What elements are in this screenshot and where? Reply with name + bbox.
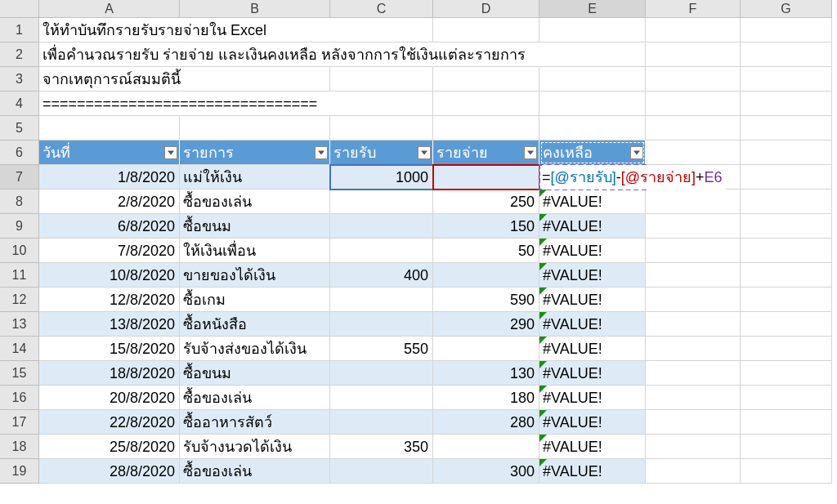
cell-A10[interactable]: 7/8/2020 xyxy=(39,239,180,263)
cell-G8[interactable] xyxy=(741,190,832,214)
cell-E11[interactable]: #VALUE! xyxy=(539,263,646,288)
cell-B16[interactable]: ซื้อของเล่น xyxy=(180,386,330,410)
cell-C19[interactable] xyxy=(330,459,433,484)
cell-F9[interactable] xyxy=(646,214,741,239)
cell-E4[interactable] xyxy=(539,91,646,116)
cell-C18[interactable]: 350 xyxy=(330,435,433,459)
row-header-14[interactable]: 14 xyxy=(0,337,39,361)
cell-A15[interactable]: 18/8/2020 xyxy=(39,361,180,386)
cell-B9[interactable]: ซื้อขนม xyxy=(180,214,330,239)
cell-A13[interactable]: 13/8/2020 xyxy=(39,312,180,337)
cell-C9[interactable] xyxy=(330,214,433,239)
cell-B4[interactable] xyxy=(180,91,330,116)
cell-E16[interactable]: #VALUE! xyxy=(539,386,646,410)
cell-G7[interactable] xyxy=(741,165,832,190)
cell-B7[interactable]: แม่ให้เงิน xyxy=(180,165,330,190)
cell-B13[interactable]: ซื้อหนังสือ xyxy=(180,312,330,337)
cell-C4[interactable] xyxy=(330,91,433,116)
cell-D5[interactable] xyxy=(433,116,539,140)
cell-F11[interactable] xyxy=(646,263,741,288)
cell-D9[interactable]: 150 xyxy=(433,214,539,239)
cell-G6[interactable] xyxy=(741,140,832,165)
cell-B15[interactable]: ซื้อขนม xyxy=(180,361,330,386)
cell-F6[interactable] xyxy=(646,140,741,165)
row-header-2[interactable]: 2 xyxy=(0,42,39,67)
cell-G17[interactable] xyxy=(741,410,832,435)
cell-F4[interactable] xyxy=(646,91,741,116)
filter-dropdown-icon[interactable] xyxy=(164,146,177,159)
table-header-date[interactable]: วันที่ xyxy=(39,140,180,165)
cell-E2[interactable] xyxy=(539,42,646,67)
cell-C5[interactable] xyxy=(330,116,433,140)
cell-E17[interactable]: #VALUE! xyxy=(539,410,646,435)
cell-G16[interactable] xyxy=(741,386,832,410)
cell-C11[interactable]: 400 xyxy=(330,263,433,288)
cell-E15[interactable]: #VALUE! xyxy=(539,361,646,386)
cell-A8[interactable]: 2/8/2020 xyxy=(39,190,180,214)
cell-E14[interactable]: #VALUE! xyxy=(539,337,646,361)
row-header-6[interactable]: 6 xyxy=(0,140,39,165)
cell-D19[interactable]: 300 xyxy=(433,459,539,484)
cell-E8[interactable]: #VALUE! xyxy=(539,190,646,214)
row-header-7[interactable]: 7 xyxy=(0,165,39,190)
row-header-13[interactable]: 13 xyxy=(0,312,39,337)
cell-G12[interactable] xyxy=(741,288,832,312)
cell-G3[interactable] xyxy=(741,67,832,91)
cell-B1[interactable] xyxy=(180,18,330,42)
cell-E5[interactable] xyxy=(539,116,646,140)
cell-F5[interactable] xyxy=(646,116,741,140)
cell-G2[interactable] xyxy=(741,42,832,67)
cell-F8[interactable] xyxy=(646,190,741,214)
cell-E7-formula-editor[interactable]: =[@รายรับ]-[@รายจ่าย]+E6 xyxy=(539,165,646,190)
cell-C12[interactable] xyxy=(330,288,433,312)
cell-G18[interactable] xyxy=(741,435,832,459)
row-header-19[interactable]: 19 xyxy=(0,459,39,484)
cell-D3[interactable] xyxy=(433,67,539,91)
filter-dropdown-icon[interactable] xyxy=(418,146,431,159)
cell-F12[interactable] xyxy=(646,288,741,312)
cell-A2[interactable]: เพื่อคำนวณรายรับ ร่ายจ่าย และเงินคงเหลือ… xyxy=(39,42,180,67)
cell-D17[interactable]: 280 xyxy=(433,410,539,435)
table-header-income[interactable]: รายรับ xyxy=(330,140,433,165)
cell-C8[interactable] xyxy=(330,190,433,214)
cell-A19[interactable]: 28/8/2020 xyxy=(39,459,180,484)
cell-F10[interactable] xyxy=(646,239,741,263)
col-header-B[interactable]: B xyxy=(180,0,330,18)
cell-F18[interactable] xyxy=(646,435,741,459)
cell-D12[interactable]: 590 xyxy=(433,288,539,312)
cell-D10[interactable]: 50 xyxy=(433,239,539,263)
cell-D13[interactable]: 290 xyxy=(433,312,539,337)
cell-G4[interactable] xyxy=(741,91,832,116)
cell-C3[interactable] xyxy=(330,67,433,91)
cell-B18[interactable]: รับจ้างนวดได้เงิน xyxy=(180,435,330,459)
cell-B12[interactable]: ซื้อเกม xyxy=(180,288,330,312)
col-header-F[interactable]: F xyxy=(646,0,741,18)
cell-A1[interactable]: ให้ทำบันทึกรายรับรายจ่ายใน Excel xyxy=(39,18,180,42)
cell-G1[interactable] xyxy=(741,18,832,42)
cell-B19[interactable]: ซื้อของเล่น xyxy=(180,459,330,484)
cell-E19[interactable]: #VALUE! xyxy=(539,459,646,484)
filter-dropdown-icon[interactable] xyxy=(524,146,537,159)
cell-G19[interactable] xyxy=(741,459,832,484)
cell-G9[interactable] xyxy=(741,214,832,239)
cell-B10[interactable]: ให้เงินเพื่อน xyxy=(180,239,330,263)
cell-E13[interactable]: #VALUE! xyxy=(539,312,646,337)
cell-C17[interactable] xyxy=(330,410,433,435)
select-all-corner[interactable] xyxy=(0,0,39,18)
filter-dropdown-icon[interactable] xyxy=(315,146,328,159)
cell-A16[interactable]: 20/8/2020 xyxy=(39,386,180,410)
cell-A11[interactable]: 10/8/2020 xyxy=(39,263,180,288)
cell-E12[interactable]: #VALUE! xyxy=(539,288,646,312)
col-header-G[interactable]: G xyxy=(741,0,832,18)
col-header-C[interactable]: C xyxy=(330,0,433,18)
cell-C13[interactable] xyxy=(330,312,433,337)
cell-D4[interactable] xyxy=(433,91,539,116)
cell-A18[interactable]: 25/8/2020 xyxy=(39,435,180,459)
row-header-1[interactable]: 1 xyxy=(0,18,39,42)
cell-C16[interactable] xyxy=(330,386,433,410)
cell-A4[interactable]: ================================ xyxy=(39,91,180,116)
cell-A12[interactable]: 12/8/2020 xyxy=(39,288,180,312)
filter-dropdown-icon[interactable] xyxy=(630,146,643,159)
cell-D1[interactable] xyxy=(433,18,539,42)
cell-C2[interactable] xyxy=(330,42,433,67)
